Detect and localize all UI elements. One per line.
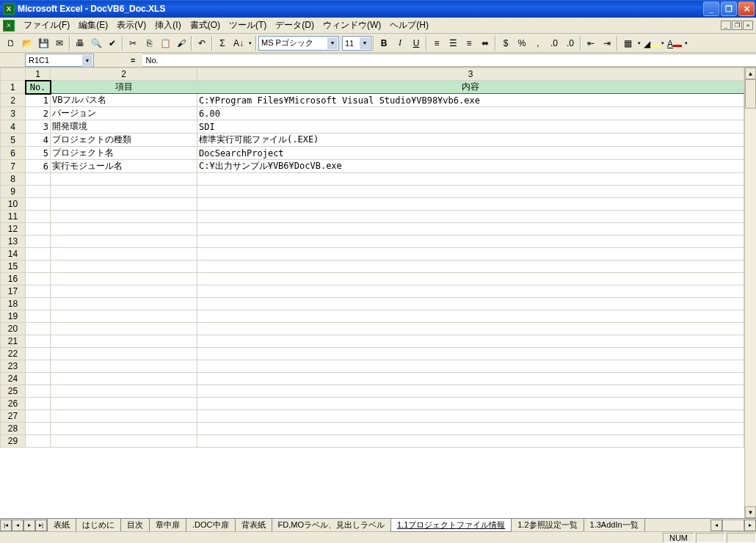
menu-data[interactable]: データ(D) (271, 18, 319, 33)
undo-button[interactable]: ↶ (194, 35, 210, 51)
cell[interactable] (26, 285, 51, 298)
col-header-1[interactable]: 1 (26, 68, 51, 81)
row-header[interactable]: 21 (1, 335, 26, 348)
cell[interactable]: 実行モジュール名 (51, 160, 197, 173)
merge-center-button[interactable]: ⬌ (477, 35, 493, 51)
cell[interactable] (26, 198, 51, 211)
cell[interactable] (197, 310, 744, 323)
sheet-tab[interactable]: 1.2参照設定一覧 (511, 519, 584, 532)
cell[interactable] (197, 323, 744, 335)
cell[interactable] (197, 273, 744, 285)
mdi-minimize-button[interactable]: _ (721, 21, 731, 30)
cell[interactable] (26, 298, 51, 310)
cell[interactable] (26, 273, 51, 285)
row-header[interactable]: 19 (1, 310, 26, 323)
italic-button[interactable]: I (392, 35, 408, 51)
cell[interactable]: 標準実行可能ファイル(.EXE) (197, 134, 744, 147)
cell[interactable]: 1 (26, 94, 51, 107)
fill-color-dropdown[interactable]: ▾ (659, 35, 666, 51)
cell[interactable] (197, 373, 744, 385)
cell[interactable] (197, 173, 744, 186)
row-header[interactable]: 8 (1, 173, 26, 186)
cell[interactable] (26, 373, 51, 385)
cell[interactable] (26, 423, 51, 435)
menu-file[interactable]: ファイル(F) (19, 18, 74, 33)
cut-button[interactable]: ✂ (125, 35, 141, 51)
cell[interactable] (197, 298, 744, 310)
cell[interactable] (51, 423, 197, 435)
cell[interactable] (51, 260, 197, 273)
menu-view[interactable]: 表示(V) (112, 18, 150, 33)
cell-header-content[interactable]: 内容 (197, 81, 744, 94)
save-button[interactable]: 💾 (35, 35, 51, 51)
cell[interactable]: 2 (26, 107, 51, 120)
col-header-2[interactable]: 2 (51, 68, 197, 81)
cell[interactable] (26, 323, 51, 335)
cell[interactable] (197, 285, 744, 298)
cell[interactable] (51, 335, 197, 348)
decrease-indent-button[interactable]: ⇤ (583, 35, 599, 51)
cell[interactable]: C:¥出力サンプル¥VB6¥DocVB.exe (197, 160, 744, 173)
row-header[interactable]: 10 (1, 198, 26, 211)
mdi-restore-button[interactable]: ❐ (732, 21, 742, 30)
print-button[interactable]: 🖶 (72, 35, 88, 51)
email-button[interactable]: ✉ (51, 35, 68, 51)
spellcheck-button[interactable]: ✔ (104, 35, 120, 51)
autosum-button[interactable]: Σ (214, 35, 230, 51)
cell[interactable]: 4 (26, 134, 51, 147)
cell[interactable]: C:¥Program Files¥Microsoft Visual Studio… (197, 94, 744, 107)
row-header[interactable]: 13 (1, 236, 26, 248)
font-size-select[interactable]: 11 ▼ (342, 36, 371, 51)
row-header[interactable]: 4 (1, 120, 26, 134)
percent-button[interactable]: % (514, 35, 530, 51)
row-header[interactable]: 3 (1, 107, 26, 120)
row-header[interactable]: 1 (1, 81, 26, 94)
cell[interactable] (26, 260, 51, 273)
hscroll-track[interactable] (722, 520, 744, 531)
cell[interactable] (197, 410, 744, 423)
cell[interactable] (51, 273, 197, 285)
cell[interactable] (26, 398, 51, 410)
cell[interactable] (51, 236, 197, 248)
maximize-button[interactable]: ❐ (721, 1, 737, 16)
row-header[interactable]: 12 (1, 223, 26, 236)
col-header-3[interactable]: 3 (197, 68, 744, 81)
cell[interactable] (197, 248, 744, 260)
cell[interactable] (26, 310, 51, 323)
cell[interactable] (26, 223, 51, 236)
font-color-button[interactable]: A (666, 35, 683, 51)
cell[interactable] (51, 435, 197, 448)
underline-button[interactable]: U (408, 35, 424, 51)
cell[interactable] (51, 410, 197, 423)
cell[interactable]: バージョン (51, 107, 197, 120)
format-painter-button[interactable]: 🖌 (173, 35, 189, 51)
cell[interactable]: 5 (26, 147, 51, 160)
align-center-button[interactable]: ☰ (445, 35, 461, 51)
cell[interactable] (51, 348, 197, 360)
cell[interactable]: SDI (197, 120, 744, 134)
increase-indent-button[interactable]: ⇥ (599, 35, 615, 51)
sheet-tab[interactable]: 背表紙 (235, 519, 272, 532)
cell[interactable] (197, 360, 744, 373)
row-header[interactable]: 26 (1, 398, 26, 410)
scroll-thumb[interactable] (745, 79, 756, 109)
cell[interactable] (51, 285, 197, 298)
row-header[interactable]: 11 (1, 211, 26, 223)
row-header[interactable]: 2 (1, 94, 26, 107)
row-header[interactable]: 29 (1, 435, 26, 448)
sheet-tab[interactable]: 目次 (120, 519, 150, 532)
scroll-track[interactable] (745, 79, 756, 506)
align-right-button[interactable]: ≡ (461, 35, 477, 51)
font-name-select[interactable]: MS Pゴシック ▼ (258, 36, 339, 51)
close-button[interactable]: ✕ (738, 1, 755, 16)
row-header[interactable]: 27 (1, 410, 26, 423)
menu-format[interactable]: 書式(O) (186, 18, 225, 33)
cell[interactable] (51, 173, 197, 186)
row-header[interactable]: 22 (1, 348, 26, 360)
cell[interactable] (197, 223, 744, 236)
scroll-down-button[interactable]: ▼ (745, 506, 756, 518)
cell[interactable]: VBフルパス名 (51, 94, 197, 107)
open-button[interactable]: 📂 (19, 35, 35, 51)
menu-window[interactable]: ウィンドウ(W) (319, 18, 385, 33)
cell[interactable] (26, 335, 51, 348)
